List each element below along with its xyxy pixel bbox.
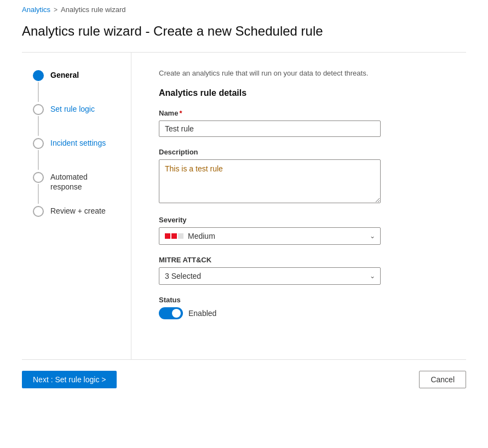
- severity-sq-2: [171, 233, 177, 239]
- name-field: Name*: [159, 109, 455, 137]
- mitre-value: 3 Selected: [165, 272, 201, 280]
- step-circle-general: [33, 70, 44, 81]
- severity-sq-1: [165, 233, 170, 239]
- nav-step-incident-settings: Incident settings: [33, 137, 114, 171]
- mitre-field: MITRE ATT&CK 3 Selected ⌄: [159, 256, 455, 285]
- breadcrumb: Analytics > Analytics rule wizard: [0, 0, 488, 19]
- step-line-2: [38, 116, 39, 136]
- severity-label: Severity: [159, 216, 455, 224]
- step-label-review-create[interactable]: Review + create: [50, 205, 106, 216]
- description-textarea[interactable]: This is a test rule: [159, 159, 381, 203]
- step-label-incident-settings[interactable]: Incident settings: [50, 137, 106, 148]
- nav-step-general: General: [33, 69, 114, 103]
- name-label: Name*: [159, 109, 455, 117]
- nav-step-automated-response: Automated response: [33, 171, 114, 205]
- wizard-footer: Next : Set rule logic > Cancel: [0, 360, 488, 399]
- severity-select-wrapper[interactable]: Medium ⌄: [159, 227, 381, 245]
- step-label-automated-response[interactable]: Automated response: [50, 171, 114, 192]
- nav-step-review-create: Review + create: [33, 205, 114, 217]
- step-line-1: [38, 82, 39, 102]
- severity-value: Medium: [188, 232, 215, 240]
- status-toggle[interactable]: [159, 307, 183, 319]
- name-input[interactable]: [159, 120, 381, 137]
- breadcrumb-analytics[interactable]: Analytics: [22, 5, 50, 14]
- step-circle-automated-response: [33, 172, 44, 183]
- severity-sq-3: [178, 233, 183, 239]
- next-button[interactable]: Next : Set rule logic >: [22, 371, 117, 388]
- severity-field: Severity Medium ⌄: [159, 216, 455, 245]
- severity-icons: [165, 233, 183, 239]
- toggle-wrapper: Enabled: [159, 307, 455, 319]
- severity-select[interactable]: Medium: [159, 227, 381, 245]
- intro-text: Create an analytics rule that will run o…: [159, 69, 455, 77]
- step-circle-incident-settings: [33, 138, 44, 149]
- breadcrumb-separator: >: [54, 6, 58, 14]
- step-circle-review-create: [33, 206, 44, 217]
- step-label-set-rule-logic[interactable]: Set rule logic: [50, 103, 95, 114]
- mitre-label: MITRE ATT&CK: [159, 256, 455, 264]
- nav-step-set-rule-logic: Set rule logic: [33, 103, 114, 137]
- toggle-thumb: [172, 309, 181, 318]
- mitre-select-wrapper[interactable]: 3 Selected ⌄: [159, 267, 381, 285]
- mitre-select[interactable]: 3 Selected: [159, 267, 381, 285]
- step-line-4: [38, 184, 39, 204]
- status-label: Status: [159, 296, 455, 304]
- status-toggle-label: Enabled: [188, 309, 216, 318]
- mitre-chevron-icon: ⌄: [370, 272, 375, 280]
- step-circle-set-rule-logic: [33, 104, 44, 115]
- severity-chevron-icon: ⌄: [370, 232, 375, 240]
- step-line-3: [38, 150, 39, 170]
- wizard-nav: General Set rule logic Incident settings: [0, 53, 131, 359]
- section-title: Analytics rule details: [159, 88, 455, 98]
- status-field: Status Enabled: [159, 296, 455, 319]
- page-title: Analytics rule wizard - Create a new Sch…: [0, 19, 488, 52]
- cancel-button[interactable]: Cancel: [419, 371, 466, 388]
- wizard-content: Create an analytics rule that will run o…: [131, 53, 488, 359]
- step-label-general[interactable]: General: [50, 69, 79, 80]
- description-field: Description This is a test rule: [159, 148, 455, 205]
- description-label: Description: [159, 148, 455, 156]
- breadcrumb-current: Analytics rule wizard: [61, 5, 126, 14]
